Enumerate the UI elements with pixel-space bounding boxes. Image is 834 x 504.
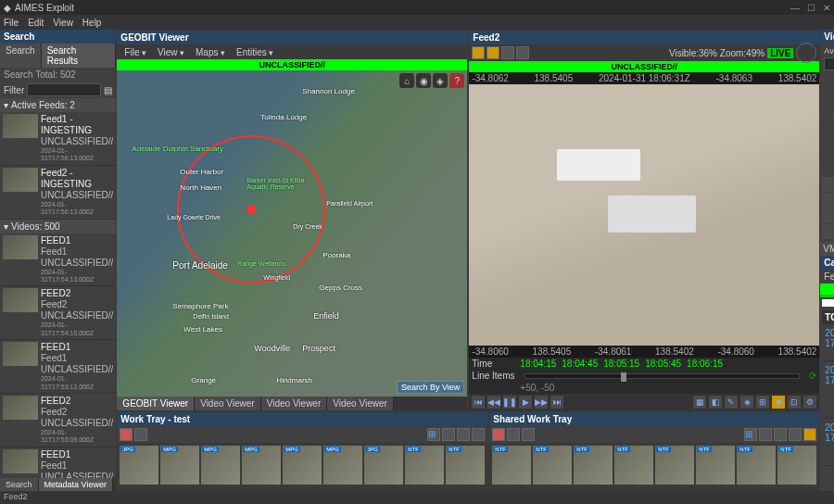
tray-item[interactable]: NTF <box>655 446 694 485</box>
tray-tool-2[interactable] <box>134 428 147 441</box>
map-menu-file[interactable]: File ▾ <box>120 46 151 58</box>
stray-cfg-3[interactable] <box>789 428 802 441</box>
tray-cfg-1[interactable] <box>442 428 455 441</box>
callout-row[interactable]: 2024-01-3117:22:52.43ZRed sedan entering… <box>822 363 834 419</box>
search-by-view-button[interactable]: Search By View <box>397 381 464 394</box>
tab-vm[interactable]: VM... <box>820 242 834 256</box>
tray-item[interactable]: NTF <box>492 446 531 485</box>
tab-geobit[interactable]: GEOBIT Viewer <box>117 397 195 410</box>
timeline-slider[interactable] <box>524 373 801 379</box>
menu-file[interactable]: File <box>4 18 19 28</box>
tool-a[interactable]: ▦ <box>693 396 706 409</box>
pipeline-item[interactable]: SuperResPipeline <box>822 224 834 239</box>
menu-help[interactable]: Help <box>82 18 102 28</box>
help-icon[interactable]: ? <box>449 73 464 88</box>
tab-metadata-viewer[interactable]: Metadata Viewer <box>39 478 113 491</box>
stray-cfg-1[interactable] <box>759 428 772 441</box>
rewind-button[interactable]: ◀◀ <box>487 396 500 409</box>
filter-icon[interactable]: ▤ <box>104 85 112 95</box>
tab-video-3[interactable]: Video Viewer <box>327 397 394 410</box>
tray-cfg-2[interactable] <box>457 428 470 441</box>
tray-item[interactable]: NTF <box>574 446 613 485</box>
sharedtray-header: Shared Work Tray <box>489 412 819 426</box>
minimize-button[interactable]: — <box>790 3 800 13</box>
close-button[interactable]: ✕ <box>823 3 830 13</box>
skip-fwd-button[interactable]: ⏭ <box>550 396 563 409</box>
pipeline-item[interactable]: GrayscalePipeline <box>822 208 834 223</box>
active-feeds-header[interactable]: ▾ Active Feeds: 2 <box>0 98 116 112</box>
stray-tool-2[interactable] <box>507 428 520 441</box>
video-item[interactable]: FEED2Feed2UNCLASSIFIED//2024-01-31T17:54… <box>0 286 116 340</box>
tray-item[interactable]: MPG <box>242 446 281 485</box>
tab-search-bottom[interactable]: Search <box>0 478 39 491</box>
video-item[interactable]: FEED1Feed1UNCLASSIFIED//2024-01-31T17:52… <box>0 447 116 478</box>
filter-label: Filter <box>4 85 24 95</box>
feed-tool-4[interactable] <box>516 46 529 59</box>
video-item[interactable]: FEED2Feed2UNCLASSIFIED//2024-01-31T17:53… <box>0 394 116 447</box>
maximize-button[interactable]: ☐ <box>807 3 815 13</box>
menu-view[interactable]: View <box>53 18 73 28</box>
tray-tool-1[interactable] <box>120 428 133 441</box>
plugin-select[interactable] <box>824 57 834 70</box>
tray-item[interactable]: NTF <box>614 446 653 485</box>
home-icon[interactable]: ⌂ <box>399 73 414 88</box>
videos-header[interactable]: ▾ Videos: 500 <box>0 220 116 233</box>
tray-item[interactable]: JPG <box>364 446 403 485</box>
stray-tool-1[interactable] <box>492 428 505 441</box>
stray-cfg-4[interactable] <box>803 428 816 441</box>
forward-button[interactable]: ▶▶ <box>535 396 548 409</box>
stray-cfg-2[interactable] <box>774 428 787 441</box>
tab-search-results[interactable]: Search Results <box>42 44 117 68</box>
tray-cfg-3[interactable] <box>472 428 485 441</box>
tray-item[interactable]: NTF <box>405 446 444 485</box>
tray-item[interactable]: JPG <box>120 446 158 485</box>
compass-icon[interactable] <box>796 43 816 63</box>
tab-video-1[interactable]: Video Viewer <box>195 397 261 410</box>
skip-back-button[interactable]: ⏮ <box>472 396 485 409</box>
filter-input[interactable] <box>27 83 101 96</box>
map-menu-maps[interactable]: Maps ▾ <box>191 46 230 58</box>
callout-row[interactable]: 2024-01-3117:23:30.43ZPossible weapon ex… <box>822 326 834 361</box>
active-feed-item[interactable]: Feed1 - INGESTINGUNCLASSIFIED//2024-01-3… <box>0 112 116 166</box>
feed-tool-3[interactable] <box>501 46 514 59</box>
pipeline-item[interactable]: AutoIlluminationPipeline <box>822 177 834 192</box>
stray-grid-icon[interactable]: ⊞ <box>744 428 757 441</box>
tray-item[interactable]: MPG <box>323 446 362 485</box>
tray-item[interactable]: MPG <box>160 446 199 485</box>
feed-tool-2[interactable] <box>486 46 499 59</box>
video-item[interactable]: FEED1Feed1UNCLASSIFIED//2024-01-31T17:54… <box>0 233 116 287</box>
pipeline-item[interactable]: AutoTonePipeline <box>822 193 834 208</box>
feed-tool-1[interactable] <box>472 46 485 59</box>
tool-g[interactable]: ⊡ <box>788 396 801 409</box>
pause-button[interactable]: ❚❚ <box>503 396 516 409</box>
tray-item[interactable]: NTF <box>446 446 485 485</box>
map-menu-view[interactable]: View ▾ <box>153 46 189 58</box>
menu-edit[interactable]: Edit <box>28 18 44 28</box>
tray-item[interactable]: MPG <box>283 446 322 485</box>
refresh-icon[interactable]: ⟳ <box>809 371 816 381</box>
tray-item[interactable]: NTF <box>696 446 735 485</box>
tray-item[interactable]: NTF <box>533 446 572 485</box>
tool-d[interactable]: ◈ <box>740 396 753 409</box>
play-button[interactable]: ▶ <box>519 396 532 409</box>
tool-h[interactable]: ⚙ <box>803 396 816 409</box>
tray-item[interactable]: NTF <box>737 446 776 485</box>
map-view[interactable]: ⌂ ◉ ◈ ? Adelaide Dolphin Sanctuary Outer… <box>117 70 467 397</box>
map-menu-entities[interactable]: Entities ▾ <box>232 46 278 58</box>
layers-icon[interactable]: ◈ <box>433 73 448 88</box>
active-feed-item[interactable]: Feed2 - INGESTINGUNCLASSIFIED//2024-01-3… <box>0 166 116 220</box>
tool-e[interactable]: ⊞ <box>756 396 769 409</box>
feed-video-view[interactable] <box>469 84 819 346</box>
globe-icon[interactable]: ◉ <box>416 73 431 88</box>
tray-item[interactable]: MPG <box>201 446 240 485</box>
tray-item[interactable]: NTF <box>777 446 816 485</box>
stray-tool-3[interactable] <box>522 428 535 441</box>
tray-grid-icon[interactable]: ⊞ <box>427 428 440 441</box>
tool-c[interactable]: ✎ <box>725 396 738 409</box>
tab-search[interactable]: Search <box>0 44 42 68</box>
video-item[interactable]: FEED1Feed1UNCLASSIFIED//2024-01-31T17:53… <box>0 340 116 394</box>
tab-video-2[interactable]: Video Viewer <box>261 397 328 410</box>
tool-b[interactable]: ◧ <box>709 396 722 409</box>
tool-f[interactable]: ■ <box>772 396 785 409</box>
callout-row[interactable]: 2024-01-3117:22:21.50Z2x males exiting w… <box>822 421 834 466</box>
